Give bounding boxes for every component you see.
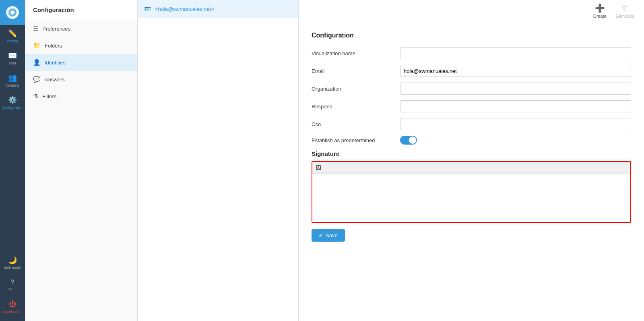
input-email[interactable]: [400, 65, 631, 77]
sidebar-item-mail[interactable]: ✉️ Mail: [0, 47, 25, 69]
folders-icon: 📁: [33, 42, 41, 49]
answers-icon: 💬: [33, 76, 41, 83]
configuration-icon: ⚙️: [8, 95, 17, 104]
save-checkmark-icon: ✔: [319, 232, 323, 238]
predetermined-toggle[interactable]: [400, 136, 417, 145]
form-row-cco: Cco: [312, 118, 631, 130]
contacts-icon: 👥: [8, 73, 17, 82]
preferences-icon: ☰: [33, 25, 38, 32]
sidebar-bottom: 🌙 dark mode ? on ... ⏻ closed sess...: [0, 252, 25, 321]
form-row-visualization-name: Visualization name: [312, 47, 631, 59]
menu-item-filters[interactable]: ⚗ Filters: [25, 88, 137, 105]
label-toggle: Establish as predetermined: [312, 137, 400, 143]
power-icon: ⏻: [9, 300, 16, 309]
label-visualization-name: Visualization name: [312, 50, 400, 56]
writing-icon: ✏️: [8, 29, 17, 38]
eliminate-icon: 🗑: [621, 4, 629, 13]
filters-icon: ⚗: [33, 93, 38, 100]
sidebar-item-dark-mode[interactable]: 🌙 dark mode: [0, 252, 25, 274]
label-organization: Organization: [312, 86, 400, 92]
form-row-toggle: Establish as predetermined: [312, 136, 631, 145]
identities-icon: 👤: [33, 59, 41, 66]
menu-header: Configuración: [25, 0, 137, 20]
image-icon: 🖼: [316, 164, 321, 171]
form-row-respond: Respond: [312, 100, 631, 112]
label-email: Email: [312, 68, 400, 74]
input-organization[interactable]: [400, 83, 631, 95]
identity-list-item[interactable]: 🪪 <hola@swmanuales.net>: [138, 0, 298, 18]
sidebar-item-configuration[interactable]: ⚙️ Configurati...: [0, 91, 25, 114]
help-icon: ?: [10, 279, 14, 286]
app-logo: [0, 0, 25, 25]
label-cco: Cco: [312, 121, 400, 127]
input-respond[interactable]: [400, 100, 631, 112]
mail-icon: ✉️: [8, 51, 17, 60]
identities-panel: 🪪 <hola@swmanuales.net>: [138, 0, 299, 321]
signature-content[interactable]: [312, 174, 630, 222]
signature-toolbar: 🖼: [312, 162, 630, 174]
menu-item-folders[interactable]: 📁 Folders: [25, 37, 137, 54]
sidebar-item-close-session[interactable]: ⏻ closed sess...: [0, 296, 25, 318]
svg-point-2: [10, 10, 14, 14]
create-icon: ➕: [595, 3, 605, 13]
signature-box[interactable]: 🖼: [312, 161, 631, 223]
main-area: ➕ Create 🗑 Eliminate Configuration Visua…: [299, 0, 644, 321]
input-visualization-name[interactable]: [400, 47, 631, 59]
toolbar: ➕ Create 🗑 Eliminate: [299, 0, 644, 22]
config-form: Configuration Visualization name Email O…: [299, 22, 644, 321]
config-title: Configuration: [312, 32, 631, 39]
identity-item-icon: 🪪: [144, 6, 151, 12]
form-row-email: Email: [312, 65, 631, 77]
menu-item-identities[interactable]: 👤 Identities: [25, 54, 137, 71]
menu-item-answers[interactable]: 💬 Answers: [25, 71, 137, 88]
signature-label: Signature: [312, 150, 631, 157]
sidebar-item-help[interactable]: ? on ...: [0, 275, 25, 295]
save-button[interactable]: ✔ Save: [312, 229, 345, 242]
sidebar-item-writing[interactable]: ✏️ Writing: [0, 25, 25, 47]
toggle-knob: [409, 137, 416, 144]
label-respond: Respond: [312, 104, 400, 110]
dark-mode-icon: 🌙: [8, 256, 17, 265]
icon-sidebar: ✏️ Writing ✉️ Mail 👥 Contacts ⚙️ Configu…: [0, 0, 25, 321]
menu-panel: Configuración ☰ Preferences 📁 Folders 👤 …: [25, 0, 138, 321]
form-row-organization: Organization: [312, 83, 631, 95]
input-cco[interactable]: [400, 118, 631, 130]
menu-item-preferences[interactable]: ☰ Preferences: [25, 20, 137, 37]
eliminate-button[interactable]: 🗑 Eliminate: [616, 4, 634, 19]
sidebar-item-contacts[interactable]: 👥 Contacts: [0, 69, 25, 91]
toggle-wrapper: [400, 136, 417, 145]
create-button[interactable]: ➕ Create: [593, 3, 607, 19]
